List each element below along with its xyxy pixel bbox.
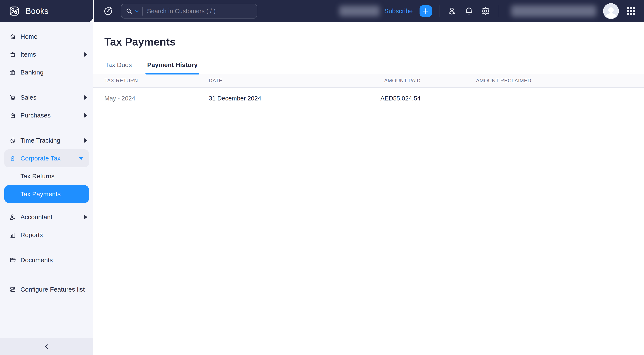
sidebar: Home Items Banking <box>0 22 93 355</box>
expand-arrow-icon <box>84 138 87 143</box>
table-header-row: TAX RETURN DATE AMOUNT PAID AMOUNT RECLA… <box>93 74 644 88</box>
recent-history-button[interactable] <box>104 6 113 16</box>
sidebar-item-home[interactable]: Home <box>0 28 93 45</box>
bank-icon <box>9 69 16 76</box>
topbar-divider <box>440 5 440 17</box>
sidebar-item-label: Tax Payments <box>20 190 60 198</box>
avatar[interactable] <box>603 3 619 19</box>
notifications-button[interactable] <box>464 6 474 16</box>
expand-arrow-icon <box>84 113 87 118</box>
column-header-date: DATE <box>209 78 379 84</box>
global-search[interactable] <box>121 3 257 18</box>
sidebar-item-sales[interactable]: Sales <box>0 88 93 106</box>
notifications-icon <box>464 6 474 16</box>
search-input[interactable] <box>147 8 253 15</box>
plus-icon <box>422 7 429 15</box>
sidebar-item-tax-returns[interactable]: Tax Returns <box>0 167 93 185</box>
sidebar-item-label: Time Tracking <box>20 137 60 144</box>
sidebar-item-tax-payments[interactable]: Tax Payments <box>4 185 89 203</box>
cell-amount-paid: AED55,024.54 <box>379 95 420 102</box>
apps-grid-button[interactable] <box>626 6 636 16</box>
folder-icon <box>9 257 16 264</box>
referral-button[interactable] <box>448 6 457 16</box>
redacted-organization-name <box>511 5 596 17</box>
tab-payment-history[interactable]: Payment History <box>146 61 198 74</box>
column-header-amount-reclaimed: AMOUNT RECLAIMED <box>420 78 531 84</box>
home-icon <box>9 33 16 40</box>
sidebar-item-time-tracking[interactable]: Time Tracking <box>0 131 93 149</box>
sidebar-item-items[interactable]: Items <box>0 45 93 63</box>
settings-gear-icon <box>481 6 490 16</box>
books-logo-icon <box>8 5 20 17</box>
basket-icon <box>9 51 16 58</box>
sidebar-item-label: Purchases <box>20 112 51 119</box>
search-icon <box>126 8 132 14</box>
subscribe-button[interactable]: Subscribe <box>384 7 413 15</box>
sidebar-item-configure-features[interactable]: Configure Features list <box>0 281 93 298</box>
collapse-arrow-icon <box>79 157 84 160</box>
tab-bar: Tax Dues Payment History <box>93 61 644 74</box>
sidebar-item-corporate-tax[interactable]: Corporate Tax <box>4 149 89 167</box>
cell-tax-return[interactable]: May - 2024 <box>93 95 209 102</box>
cell-date: 31 December 2024 <box>209 95 379 102</box>
history-icon <box>104 6 113 16</box>
accountant-icon <box>9 214 16 221</box>
sidebar-item-banking[interactable]: Banking <box>0 63 93 81</box>
bag-icon <box>9 112 16 119</box>
page-title: Tax Payments <box>104 36 644 48</box>
column-header-amount-paid: AMOUNT PAID <box>379 78 420 84</box>
table-row[interactable]: May - 2024 31 December 2024 AED55,024.54 <box>93 88 644 109</box>
sidebar-item-label: Corporate Tax <box>20 155 60 162</box>
sidebar-item-label: Configure Features list <box>20 286 85 293</box>
cart-icon <box>9 94 16 101</box>
referral-icon <box>448 6 457 16</box>
reports-icon <box>9 232 16 238</box>
expand-arrow-icon <box>84 215 87 219</box>
stopwatch-icon <box>9 137 16 144</box>
quick-create-button[interactable] <box>420 5 432 17</box>
column-header-tax-return: TAX RETURN <box>93 78 209 84</box>
sidebar-item-reports[interactable]: Reports <box>0 226 93 244</box>
sidebar-item-label: Reports <box>20 231 43 239</box>
app-logo-block: Books <box>0 0 93 22</box>
sidebar-item-label: Sales <box>20 94 36 101</box>
topbar-divider <box>498 5 498 17</box>
sidebar-item-label: Documents <box>20 257 53 264</box>
chevron-left-icon <box>44 344 50 350</box>
redacted-trial-text <box>339 6 380 16</box>
top-navbar: Subscribe <box>94 0 644 22</box>
sidebar-item-label: Tax Returns <box>20 173 54 180</box>
brand-name: Books <box>26 6 48 16</box>
sidebar-item-accountant[interactable]: Accountant <box>0 208 93 226</box>
apps-grid-icon <box>626 6 636 16</box>
features-icon <box>9 286 16 293</box>
sidebar-collapse-button[interactable] <box>0 339 93 355</box>
search-divider <box>142 6 143 15</box>
sidebar-item-label: Home <box>20 33 38 40</box>
search-scope-chevron-down-icon[interactable] <box>134 9 139 13</box>
tab-tax-dues[interactable]: Tax Dues <box>104 61 133 74</box>
sidebar-item-documents[interactable]: Documents <box>0 251 93 269</box>
tax-document-icon <box>9 155 16 162</box>
sidebar-item-label: Items <box>20 51 36 58</box>
settings-button[interactable] <box>481 6 490 16</box>
sidebar-item-purchases[interactable]: Purchases <box>0 106 93 124</box>
sidebar-item-label: Accountant <box>20 213 52 221</box>
expand-arrow-icon <box>84 52 87 57</box>
expand-arrow-icon <box>84 95 87 100</box>
sidebar-item-label: Banking <box>20 69 44 76</box>
main-content: Tax Payments Tax Dues Payment History TA… <box>93 22 644 355</box>
